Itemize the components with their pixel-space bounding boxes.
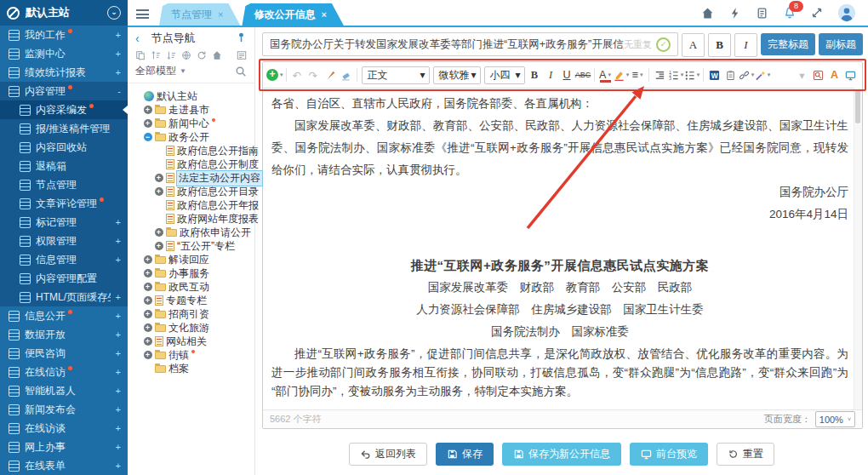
- tree-item[interactable]: +政府信息公开目录: [132, 185, 253, 198]
- action-button[interactable]: 前台预览: [630, 443, 708, 466]
- pushpin-icon[interactable]: [236, 31, 247, 46]
- sidebar-item[interactable]: 在线表单+: [0, 456, 128, 475]
- unordered-list-icon[interactable]: ▾: [684, 66, 700, 84]
- expand-icon[interactable]: +: [155, 187, 163, 196]
- user-avatar[interactable]: [837, 3, 856, 22]
- fullscreen-toggle-icon[interactable]: [811, 7, 823, 19]
- expand-icon[interactable]: +: [144, 283, 152, 291]
- sidebar-item[interactable]: 标记管理+: [0, 213, 128, 232]
- sidebar-item[interactable]: 报/推送稿件管理: [0, 119, 128, 138]
- font-family-select[interactable]: 微软雅▾: [433, 66, 481, 84]
- expand-icon[interactable]: -: [117, 86, 121, 96]
- sidebar-item[interactable]: 新闻发布会+: [0, 400, 128, 419]
- sidebar-item[interactable]: 内容回收站: [0, 138, 128, 157]
- tree-item[interactable]: 政府信息公开制度: [132, 157, 253, 171]
- page-width-select[interactable]: 100% ˅: [815, 411, 855, 427]
- tree-item[interactable]: 默认主站: [132, 89, 253, 103]
- expand-icon[interactable]: +: [116, 30, 121, 40]
- toolbar-more-icon[interactable]: ▾: [794, 66, 810, 84]
- tree-item[interactable]: 政府信息公开年报: [132, 198, 253, 212]
- tree-item[interactable]: +法定主动公开内容: [132, 171, 253, 185]
- underline-icon[interactable]: U: [559, 66, 575, 84]
- title-input[interactable]: 国务院办公厅关于转发国家发展改革委等部门推进“互联网+政务服务”开展信息惠民试点…: [262, 32, 678, 56]
- title-font-button[interactable]: A: [682, 33, 705, 57]
- expand-icon[interactable]: +: [155, 174, 163, 182]
- undo-icon[interactable]: ↶: [289, 66, 306, 84]
- bold-icon[interactable]: B: [527, 66, 543, 84]
- globe-icon[interactable]: [181, 50, 191, 60]
- italic-icon[interactable]: I: [543, 66, 559, 84]
- content-scrollbar[interactable]: [854, 88, 862, 409]
- sidebar-item[interactable]: HTML/页面缓存生成+: [0, 288, 128, 306]
- sidebar-item[interactable]: 内容采编发: [0, 100, 128, 119]
- expand-icon[interactable]: +: [116, 423, 121, 433]
- chevron-down-icon[interactable]: ⌄: [107, 6, 121, 20]
- expand-icon[interactable]: +: [116, 404, 121, 415]
- expand-icon[interactable]: +: [144, 296, 152, 305]
- tree-item[interactable]: +政民互动: [132, 280, 253, 294]
- expand-icon[interactable]: +: [144, 323, 152, 332]
- tree-item[interactable]: +专题专栏: [132, 294, 253, 307]
- expand-icon[interactable]: +: [116, 386, 121, 396]
- expand-icon[interactable]: +: [116, 442, 121, 452]
- expand-icon[interactable]: +: [144, 310, 152, 318]
- action-button[interactable]: 重置: [717, 443, 774, 466]
- sidebar-item[interactable]: 绩效统计报表+: [0, 63, 128, 82]
- copy-icon[interactable]: [135, 50, 146, 60]
- close-icon[interactable]: ×: [218, 9, 223, 20]
- expand-icon[interactable]: +: [116, 329, 121, 340]
- notification-bell-icon[interactable]: 8: [783, 6, 797, 20]
- title-italic-button[interactable]: I: [734, 33, 757, 57]
- sidebar-item[interactable]: 网上办事+: [0, 438, 128, 456]
- sidebar-item[interactable]: 内容管理配置: [0, 269, 128, 288]
- sidebar-item[interactable]: 智能机器人+: [0, 381, 128, 400]
- expand-icon[interactable]: +: [144, 255, 152, 264]
- hamburger-menu-icon[interactable]: [136, 9, 149, 19]
- sidebar-item[interactable]: 我的工作+: [0, 26, 128, 44]
- sidebar-item[interactable]: 内容管理-: [0, 82, 128, 100]
- sidebar-item[interactable]: 监测中心+: [0, 44, 128, 63]
- expand-icon[interactable]: +: [116, 461, 121, 471]
- expand-icon[interactable]: +: [144, 269, 152, 278]
- expand-icon[interactable]: +: [116, 217, 121, 227]
- font-color-icon[interactable]: A▾: [597, 66, 614, 84]
- paste-plain-icon[interactable]: [722, 66, 739, 84]
- tree-item[interactable]: +街镇: [132, 348, 253, 362]
- save-button[interactable]: 保存: [436, 443, 494, 466]
- sidebar-item[interactable]: 文章评论管理: [0, 194, 128, 213]
- sidebar-item[interactable]: 数据开放+: [0, 325, 128, 344]
- close-icon[interactable]: ×: [321, 9, 326, 20]
- expand-icon[interactable]: +: [155, 228, 163, 237]
- paragraph-style-select[interactable]: 正文▾: [362, 66, 430, 84]
- insert-object-icon[interactable]: +▾: [266, 66, 283, 84]
- title-bold-button[interactable]: B: [708, 33, 731, 57]
- expand-icon[interactable]: +: [116, 311, 121, 321]
- insert-link-icon[interactable]: ▾: [739, 66, 755, 84]
- expand-icon[interactable]: +: [116, 49, 121, 59]
- sidebar-item[interactable]: 节点管理: [0, 175, 128, 194]
- listpanel-icon[interactable]: [237, 50, 247, 60]
- expand-icon[interactable]: +: [144, 351, 152, 359]
- expand-icon[interactable]: +: [144, 106, 152, 114]
- expand-icon[interactable]: +: [144, 119, 152, 128]
- tree-item[interactable]: +网站相关: [132, 335, 253, 348]
- collapse-panel-icon[interactable]: ‹: [135, 31, 140, 45]
- expand-icon[interactable]: +: [116, 292, 121, 302]
- action-button[interactable]: 返回列表: [349, 443, 427, 466]
- expand-icon[interactable]: +: [116, 348, 121, 358]
- sidebar-item[interactable]: 在线信访+: [0, 363, 128, 381]
- tree-item[interactable]: +“五公开”专栏: [132, 239, 253, 253]
- clear-format-icon[interactable]: [338, 66, 354, 84]
- subtitle-button[interactable]: 副标题: [819, 33, 863, 55]
- expand-icon[interactable]: +: [155, 242, 163, 250]
- scrollbar-thumb[interactable]: [855, 89, 860, 123]
- tree-item[interactable]: −政务公开: [132, 130, 253, 144]
- highlight-color-icon[interactable]: ▾: [614, 66, 630, 84]
- tree-item[interactable]: +走进县市: [132, 103, 253, 117]
- tree-item[interactable]: +政府依申请公开: [132, 226, 253, 239]
- sidebar-item[interactable]: 信息管理+: [0, 250, 128, 269]
- home-icon[interactable]: [212, 50, 222, 60]
- tab-edit-public-info[interactable]: 修改公开信息 ×: [242, 3, 343, 26]
- word-count-icon[interactable]: A: [826, 66, 842, 84]
- full-title-button[interactable]: 完整标题: [761, 33, 815, 55]
